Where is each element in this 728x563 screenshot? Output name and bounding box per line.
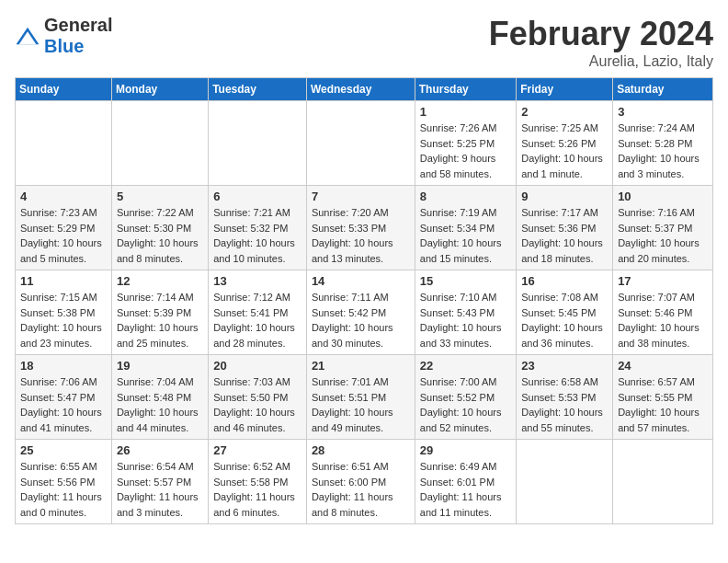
day-info: Sunrise: 7:01 AMSunset: 5:51 PMDaylight:… bbox=[312, 374, 410, 435]
calendar-cell bbox=[613, 440, 713, 524]
page-subtitle: Aurelia, Lazio, Italy bbox=[489, 53, 713, 70]
day-info: Sunrise: 6:57 AMSunset: 5:55 PMDaylight:… bbox=[618, 374, 708, 435]
day-number: 14 bbox=[312, 274, 410, 288]
day-number: 29 bbox=[420, 443, 511, 457]
day-info: Sunrise: 7:21 AMSunset: 5:32 PMDaylight:… bbox=[213, 205, 301, 266]
day-info: Sunrise: 7:17 AMSunset: 5:36 PMDaylight:… bbox=[521, 205, 608, 266]
day-number: 24 bbox=[618, 359, 708, 373]
calendar-cell: 26Sunrise: 6:54 AMSunset: 5:57 PMDayligh… bbox=[111, 440, 208, 524]
calendar-cell: 22Sunrise: 7:00 AMSunset: 5:52 PMDayligh… bbox=[415, 355, 516, 440]
day-number: 16 bbox=[521, 274, 608, 288]
day-number: 4 bbox=[20, 190, 107, 203]
day-number: 10 bbox=[618, 190, 708, 203]
calendar-cell: 1Sunrise: 7:26 AMSunset: 5:25 PMDaylight… bbox=[415, 101, 516, 186]
calendar-cell bbox=[111, 101, 208, 186]
header-cell-saturday: Saturday bbox=[613, 78, 713, 101]
day-info: Sunrise: 7:04 AMSunset: 5:48 PMDaylight:… bbox=[117, 374, 203, 435]
calendar-cell: 17Sunrise: 7:07 AMSunset: 5:46 PMDayligh… bbox=[613, 270, 713, 355]
calendar-cell: 25Sunrise: 6:55 AMSunset: 5:56 PMDayligh… bbox=[16, 440, 112, 524]
calendar-cell: 14Sunrise: 7:11 AMSunset: 5:42 PMDayligh… bbox=[306, 270, 415, 355]
day-info: Sunrise: 7:07 AMSunset: 5:46 PMDaylight:… bbox=[618, 290, 708, 350]
calendar-cell: 19Sunrise: 7:04 AMSunset: 5:48 PMDayligh… bbox=[111, 355, 208, 440]
day-info: Sunrise: 6:52 AMSunset: 5:58 PMDaylight:… bbox=[213, 459, 301, 520]
calendar-cell: 12Sunrise: 7:14 AMSunset: 5:39 PMDayligh… bbox=[111, 270, 208, 355]
day-info: Sunrise: 6:58 AMSunset: 5:53 PMDaylight:… bbox=[521, 374, 608, 435]
day-info: Sunrise: 6:54 AMSunset: 5:57 PMDaylight:… bbox=[117, 459, 203, 520]
day-info: Sunrise: 7:16 AMSunset: 5:37 PMDaylight:… bbox=[618, 205, 708, 266]
calendar-cell: 13Sunrise: 7:12 AMSunset: 5:41 PMDayligh… bbox=[209, 270, 307, 355]
calendar-header-row: SundayMondayTuesdayWednesdayThursdayFrid… bbox=[16, 78, 713, 101]
calendar-cell bbox=[306, 101, 415, 186]
calendar-cell: 11Sunrise: 7:15 AMSunset: 5:38 PMDayligh… bbox=[16, 270, 112, 355]
day-number: 9 bbox=[521, 190, 608, 203]
day-number: 11 bbox=[20, 274, 107, 288]
calendar-cell: 18Sunrise: 7:06 AMSunset: 5:47 PMDayligh… bbox=[16, 355, 112, 440]
day-info: Sunrise: 7:00 AMSunset: 5:52 PMDaylight:… bbox=[420, 374, 511, 435]
calendar-cell: 5Sunrise: 7:22 AMSunset: 5:30 PMDaylight… bbox=[111, 186, 208, 270]
calendar-cell: 9Sunrise: 7:17 AMSunset: 5:36 PMDaylight… bbox=[517, 186, 613, 270]
calendar-cell: 2Sunrise: 7:25 AMSunset: 5:26 PMDaylight… bbox=[517, 101, 613, 186]
header-cell-sunday: Sunday bbox=[16, 78, 112, 101]
day-number: 21 bbox=[312, 359, 410, 373]
day-number: 19 bbox=[117, 359, 203, 373]
day-info: Sunrise: 6:49 AMSunset: 6:01 PMDaylight:… bbox=[420, 459, 511, 520]
day-number: 13 bbox=[213, 274, 301, 288]
calendar-cell: 21Sunrise: 7:01 AMSunset: 5:51 PMDayligh… bbox=[306, 355, 415, 440]
day-info: Sunrise: 7:15 AMSunset: 5:38 PMDaylight:… bbox=[20, 290, 107, 350]
day-info: Sunrise: 7:14 AMSunset: 5:39 PMDaylight:… bbox=[117, 290, 203, 350]
day-info: Sunrise: 6:51 AMSunset: 6:00 PMDaylight:… bbox=[312, 459, 410, 520]
week-row-3: 18Sunrise: 7:06 AMSunset: 5:47 PMDayligh… bbox=[16, 355, 713, 440]
header-cell-wednesday: Wednesday bbox=[306, 78, 415, 101]
day-info: Sunrise: 7:11 AMSunset: 5:42 PMDaylight:… bbox=[312, 290, 410, 350]
day-number: 22 bbox=[420, 359, 511, 373]
day-number: 23 bbox=[521, 359, 608, 373]
calendar-cell: 27Sunrise: 6:52 AMSunset: 5:58 PMDayligh… bbox=[209, 440, 307, 524]
day-number: 2 bbox=[521, 105, 608, 119]
week-row-1: 4Sunrise: 7:23 AMSunset: 5:29 PMDaylight… bbox=[16, 186, 713, 270]
day-info: Sunrise: 7:25 AMSunset: 5:26 PMDaylight:… bbox=[521, 121, 608, 181]
day-number: 27 bbox=[213, 443, 301, 457]
calendar-cell: 6Sunrise: 7:21 AMSunset: 5:32 PMDaylight… bbox=[209, 186, 307, 270]
page-title: February 2024 bbox=[489, 15, 713, 53]
header-cell-friday: Friday bbox=[517, 78, 613, 101]
calendar-cell: 20Sunrise: 7:03 AMSunset: 5:50 PMDayligh… bbox=[209, 355, 307, 440]
calendar-cell: 24Sunrise: 6:57 AMSunset: 5:55 PMDayligh… bbox=[613, 355, 713, 440]
day-number: 18 bbox=[20, 359, 107, 373]
title-block: February 2024 Aurelia, Lazio, Italy bbox=[489, 15, 713, 70]
calendar-cell: 3Sunrise: 7:24 AMSunset: 5:28 PMDaylight… bbox=[613, 101, 713, 186]
day-number: 12 bbox=[117, 274, 203, 288]
calendar-body: 1Sunrise: 7:26 AMSunset: 5:25 PMDaylight… bbox=[16, 101, 713, 524]
day-number: 15 bbox=[420, 274, 511, 288]
calendar-cell bbox=[517, 440, 613, 524]
calendar-cell: 10Sunrise: 7:16 AMSunset: 5:37 PMDayligh… bbox=[613, 186, 713, 270]
day-info: Sunrise: 7:12 AMSunset: 5:41 PMDaylight:… bbox=[213, 290, 301, 350]
day-number: 20 bbox=[213, 359, 301, 373]
calendar-cell: 29Sunrise: 6:49 AMSunset: 6:01 PMDayligh… bbox=[415, 440, 516, 524]
calendar-cell: 28Sunrise: 6:51 AMSunset: 6:00 PMDayligh… bbox=[306, 440, 415, 524]
day-info: Sunrise: 7:22 AMSunset: 5:30 PMDaylight:… bbox=[117, 205, 203, 266]
day-info: Sunrise: 7:08 AMSunset: 5:45 PMDaylight:… bbox=[521, 290, 608, 350]
calendar-cell bbox=[209, 101, 307, 186]
logo-blue: Blue bbox=[44, 36, 84, 56]
week-row-2: 11Sunrise: 7:15 AMSunset: 5:38 PMDayligh… bbox=[16, 270, 713, 355]
header-cell-thursday: Thursday bbox=[415, 78, 516, 101]
calendar-cell: 7Sunrise: 7:20 AMSunset: 5:33 PMDaylight… bbox=[306, 186, 415, 270]
day-number: 8 bbox=[420, 190, 511, 203]
day-number: 17 bbox=[618, 274, 708, 288]
week-row-0: 1Sunrise: 7:26 AMSunset: 5:25 PMDaylight… bbox=[16, 101, 713, 186]
day-number: 25 bbox=[20, 443, 107, 457]
day-info: Sunrise: 7:24 AMSunset: 5:28 PMDaylight:… bbox=[618, 121, 708, 181]
header-cell-tuesday: Tuesday bbox=[209, 78, 307, 101]
day-info: Sunrise: 7:06 AMSunset: 5:47 PMDaylight:… bbox=[20, 374, 107, 435]
day-number: 5 bbox=[117, 190, 203, 203]
calendar-cell: 15Sunrise: 7:10 AMSunset: 5:43 PMDayligh… bbox=[415, 270, 516, 355]
day-info: Sunrise: 7:03 AMSunset: 5:50 PMDaylight:… bbox=[213, 374, 301, 435]
day-info: Sunrise: 7:19 AMSunset: 5:34 PMDaylight:… bbox=[420, 205, 511, 266]
calendar-cell: 8Sunrise: 7:19 AMSunset: 5:34 PMDaylight… bbox=[415, 186, 516, 270]
day-info: Sunrise: 7:10 AMSunset: 5:43 PMDaylight:… bbox=[420, 290, 511, 350]
day-info: Sunrise: 7:20 AMSunset: 5:33 PMDaylight:… bbox=[312, 205, 410, 266]
calendar-cell: 16Sunrise: 7:08 AMSunset: 5:45 PMDayligh… bbox=[517, 270, 613, 355]
logo-general: General bbox=[44, 15, 112, 35]
day-number: 28 bbox=[312, 443, 410, 457]
day-number: 3 bbox=[618, 105, 708, 119]
